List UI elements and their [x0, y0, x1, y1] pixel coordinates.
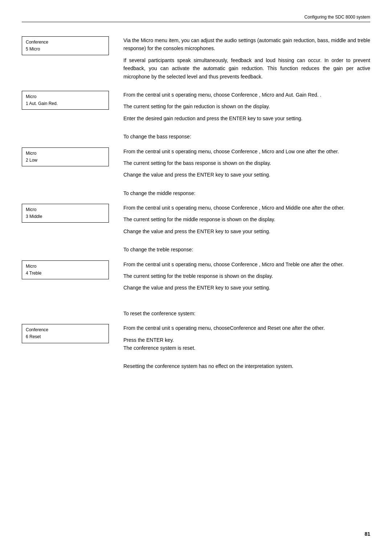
para-treble-3: Change the value and press the ENTER key… — [123, 284, 370, 292]
section-treble-heading: To change the treble response: — [22, 246, 370, 254]
section-micro-middle: Micro 3 Middle From the central unit s o… — [22, 204, 370, 235]
bass-heading-text: To change the bass response: — [123, 133, 370, 141]
menu-box-micro-middle: Micro 3 Middle — [22, 204, 109, 223]
para-reset-note: Resetting the conference system has no e… — [123, 362, 370, 370]
para-middle-2: The current setting for the middle respo… — [123, 215, 370, 223]
section-micro-aut-gain: Micro 1 Aut. Gain Red. From the central … — [22, 91, 370, 122]
menu-box-micro-low: Micro 2 Low — [22, 147, 109, 166]
section-reset-heading: To reset the conference system: — [22, 309, 370, 317]
menu-box-title-6: Conference — [26, 327, 105, 333]
para-treble-1: From the central unit s operating menu, … — [123, 260, 370, 268]
menu-box-title-3: Micro — [26, 150, 105, 157]
menu-box-item-4: 3 Middle — [26, 213, 105, 220]
description-conference-micro: Via the Micro menu item, you can adjust … — [123, 36, 370, 81]
para-bass-heading: To change the bass response: — [123, 133, 370, 141]
menu-box-item-6: 6 Reset — [26, 333, 105, 340]
para-aut-gain-3: Enter the desired gain reduction and pre… — [123, 114, 370, 122]
para-micro-intro-2: If several participants speak simultaneo… — [123, 56, 370, 81]
menu-box-title-4: Micro — [26, 206, 105, 213]
description-micro-middle: From the central unit s operating menu, … — [123, 204, 370, 235]
description-aut-gain: From the central unit s operating menu, … — [123, 91, 370, 122]
menu-box-title-2: Micro — [26, 93, 105, 100]
section-micro-low: Micro 2 Low From the central unit s oper… — [22, 147, 370, 179]
section-middle-heading: To change the middle response: — [22, 189, 370, 197]
para-aut-gain-1: From the central unit s operating menu, … — [123, 91, 370, 99]
menu-box-title-1: Conference — [26, 39, 105, 46]
menu-box-item-3: 2 Low — [26, 157, 105, 164]
para-low-3: Change the value and press the ENTER key… — [123, 171, 370, 179]
treble-heading-text: To change the treble response: — [123, 246, 370, 254]
description-micro-treble: From the central unit s operating menu, … — [123, 260, 370, 292]
para-middle-3: Change the value and press the ENTER key… — [123, 227, 370, 235]
section-conference-micro: Conference 5 Micro Via the Micro menu it… — [22, 36, 370, 81]
menu-box-item-2: 1 Aut. Gain Red. — [26, 100, 105, 107]
para-aut-gain-2: The current setting for the gain reducti… — [123, 102, 370, 110]
menu-box-micro-treble: Micro 4 Treble — [22, 260, 109, 279]
para-treble-heading: To change the treble response: — [123, 246, 370, 254]
header-line — [22, 22, 370, 22]
para-low-1: From the central unit s operating menu, … — [123, 147, 370, 155]
para-low-2: The current setting for the bass respons… — [123, 159, 370, 167]
menu-box-title-5: Micro — [26, 263, 105, 270]
middle-heading-text: To change the middle response: — [123, 189, 370, 197]
menu-box-item-5: 4 Treble — [26, 270, 105, 277]
description-micro-low: From the central unit s operating menu, … — [123, 147, 370, 179]
para-treble-2: The current setting for the treble respo… — [123, 272, 370, 280]
para-reset-2: Press the ENTER key. The conference syst… — [123, 336, 370, 352]
para-reset-1: From the central unit s operating menu, … — [123, 324, 370, 332]
para-middle-heading: To change the middle response: — [123, 189, 370, 197]
section-conference-reset: Conference 6 Reset From the central unit… — [22, 324, 370, 352]
menu-box-micro-aut-gain: Micro 1 Aut. Gain Red. — [22, 91, 109, 110]
header-title: Configuring the SDC 8000 system — [305, 15, 370, 20]
para-reset-heading: To reset the conference system: — [123, 309, 370, 317]
section-bass-heading: To change the bass response: — [22, 133, 370, 141]
page-number: 81 — [364, 531, 370, 537]
menu-box-conference-reset: Conference 6 Reset — [22, 324, 109, 343]
spacer-div — [22, 302, 370, 309]
description-conference-reset: From the central unit s operating menu, … — [123, 324, 370, 352]
section-reset-note: Resetting the conference system has no e… — [22, 362, 370, 370]
reset-note-text: Resetting the conference system has no e… — [123, 362, 370, 370]
para-middle-1: From the central unit s operating menu, … — [123, 204, 370, 212]
menu-box-conference-micro: Conference 5 Micro — [22, 36, 109, 55]
section-micro-treble: Micro 4 Treble From the central unit s o… — [22, 260, 370, 292]
menu-box-item-1: 5 Micro — [26, 46, 105, 53]
para-micro-intro-1: Via the Micro menu item, you can adjust … — [123, 36, 370, 53]
page-content: Conference 5 Micro Via the Micro menu it… — [22, 29, 370, 526]
reset-heading-text: To reset the conference system: — [123, 309, 370, 317]
